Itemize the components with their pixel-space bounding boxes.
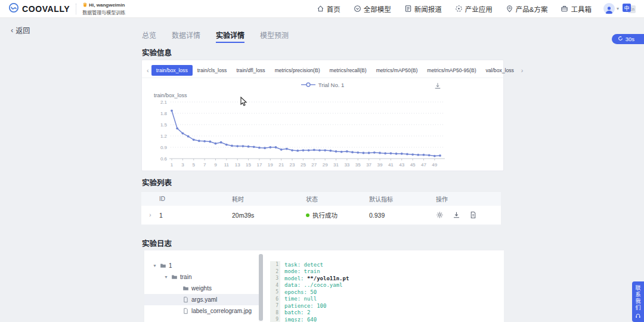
yaml-value: 100	[317, 303, 326, 309]
yaml-value: 50	[310, 289, 317, 295]
data-point	[286, 148, 288, 150]
x-tick-label: 1	[171, 162, 174, 168]
line-number: 5	[270, 289, 280, 296]
caret-down-icon[interactable]: ▼	[153, 264, 157, 268]
tab-[interactable]: 数据详情	[172, 30, 200, 43]
x-tick-label: 35	[355, 162, 361, 168]
user-greeting: Hi, wangweimin 数据管理与模型训练	[82, 2, 125, 16]
data-point	[318, 149, 321, 151]
page-tabs: 总览数据详情实验详情模型预测	[142, 30, 289, 43]
tree-scrollbar[interactable]	[259, 254, 263, 322]
metric-tab-train-dfl-loss[interactable]: train/dfl_loss	[231, 65, 270, 76]
tree-item-train[interactable]: ▼train	[144, 271, 259, 283]
tab-[interactable]: 实验详情	[216, 30, 244, 43]
status-label: 执行成功	[312, 210, 338, 219]
row-expand-icon[interactable]: ›	[141, 212, 159, 218]
download-icon[interactable]	[434, 81, 441, 92]
file-tree: ▼1▼trainweightsargs.yamllabels_correlogr…	[144, 250, 259, 322]
metric-tab-metrics-recall-b[interactable]: metrics/recall(B)	[325, 65, 371, 76]
data-point	[324, 149, 326, 151]
section-title-experiment-log: 实验日志	[142, 237, 172, 249]
code-content: model: **/yolo11n.pt	[280, 275, 349, 281]
nav-item-toolbox[interactable]: 工具箱	[561, 4, 592, 14]
tab-[interactable]: 总览	[142, 30, 156, 43]
models-icon	[354, 5, 361, 13]
tree-item-1[interactable]: ▼1	[144, 260, 259, 271]
tree-item-args-yaml[interactable]: args.yaml	[144, 294, 259, 305]
column-header-id: ID	[159, 196, 232, 202]
data-point	[439, 154, 441, 157]
waving-hand-icon	[82, 2, 88, 10]
yaml-key: task:	[284, 262, 304, 268]
scrollbar-thumb[interactable]	[259, 254, 263, 321]
nav-item-news[interactable]: 新闻报道	[404, 4, 442, 14]
metric-tab-train-box-loss[interactable]: train/box_loss	[151, 65, 193, 76]
tree-item-label: train	[180, 274, 191, 280]
line-number: 4	[270, 282, 280, 289]
line-number: 3	[270, 275, 280, 282]
avatar[interactable]	[603, 3, 615, 14]
data-point	[209, 141, 211, 143]
x-tick-label: 33	[344, 162, 349, 168]
legend-marker-icon	[301, 79, 315, 90]
x-tick-label: 7	[203, 162, 206, 168]
tabs-scroll-right-icon[interactable]: ›	[519, 67, 526, 74]
tree-item-label: 1	[169, 262, 172, 269]
data-point	[198, 140, 200, 142]
status-badge: 执行成功	[306, 210, 369, 219]
code-content: epochs: 50	[280, 289, 317, 295]
x-tick-label: 23	[290, 162, 295, 168]
nav-item-models[interactable]: 全部模型	[354, 4, 391, 14]
metric-tab-metrics-map50-95-b[interactable]: metrics/mAP50-95(B)	[422, 65, 481, 76]
data-point	[247, 145, 250, 148]
nav-item-industry[interactable]: 产业应用	[455, 4, 493, 14]
table-row[interactable]: ›120m39s执行成功0.939	[141, 206, 501, 225]
headset-icon	[635, 313, 641, 319]
line-number: 1	[270, 261, 280, 268]
training-loss-chart[interactable]: train/box_loss0.60.91.21.51.82.113579111…	[142, 91, 503, 169]
data-point	[340, 151, 343, 153]
chevron-down-icon[interactable]: ▾	[617, 6, 619, 11]
data-point	[264, 147, 266, 149]
column-header-: 状态	[306, 194, 369, 203]
x-tick-label: 27	[311, 162, 317, 168]
document-action[interactable]	[469, 211, 477, 219]
metric-tab-val-box-loss[interactable]: val/box_loss	[481, 65, 519, 76]
yaml-key: mode:	[284, 268, 304, 274]
download-action[interactable]	[453, 211, 460, 219]
metric-tab-metrics-map50-b[interactable]: metrics/mAP50(B)	[371, 65, 423, 76]
code-line: 7patience: 100	[270, 302, 504, 309]
gear-action[interactable]	[436, 211, 444, 219]
coovally-logo-icon	[8, 2, 19, 16]
greeting-text: Hi, wangweimin	[89, 2, 125, 8]
metric-tab-metrics-precision-b[interactable]: metrics/precision(B)	[270, 65, 325, 76]
nav-item-home[interactable]: 首页	[317, 4, 340, 14]
tree-item-weights[interactable]: weights	[144, 283, 259, 294]
back-button[interactable]: ‹ 返回	[11, 25, 30, 35]
yaml-key: batch:	[284, 309, 307, 315]
language-switcher[interactable]: En 中	[623, 4, 636, 14]
tabs-scroll-left-icon[interactable]: ‹	[144, 67, 151, 74]
loss-line-series	[172, 111, 440, 156]
data-point	[368, 152, 370, 154]
yaml-viewer[interactable]: 1task: detect2mode: train3model: **/yolo…	[270, 250, 504, 322]
yaml-value: null	[304, 296, 317, 302]
data-point	[313, 149, 315, 151]
x-tick-label: 13	[235, 162, 240, 168]
tree-item-labels-correlogram-jpg[interactable]: labels_correlogram.jpg	[144, 305, 259, 317]
yaml-key: epochs:	[284, 289, 310, 295]
contact-us-tab[interactable]: 联系我们	[632, 281, 644, 322]
tab-[interactable]: 模型预测	[260, 30, 289, 43]
x-tick-label: 5	[193, 162, 196, 168]
data-point	[269, 146, 271, 148]
metric-tab-train-cls-loss[interactable]: train/cls_loss	[193, 65, 232, 76]
nav-item-product[interactable]: 产品&方案	[506, 4, 548, 14]
yaml-key: patience:	[284, 303, 317, 309]
auto-refresh-badge[interactable]: 30s	[612, 34, 644, 44]
code-content: imgsz: 640	[280, 317, 317, 322]
yaml-value: 2	[307, 309, 310, 315]
yaml-key: time:	[284, 296, 304, 302]
coovally-logo[interactable]: COOVALLY	[8, 2, 70, 16]
caret-down-icon[interactable]: ▼	[164, 275, 169, 279]
data-point	[220, 141, 222, 144]
